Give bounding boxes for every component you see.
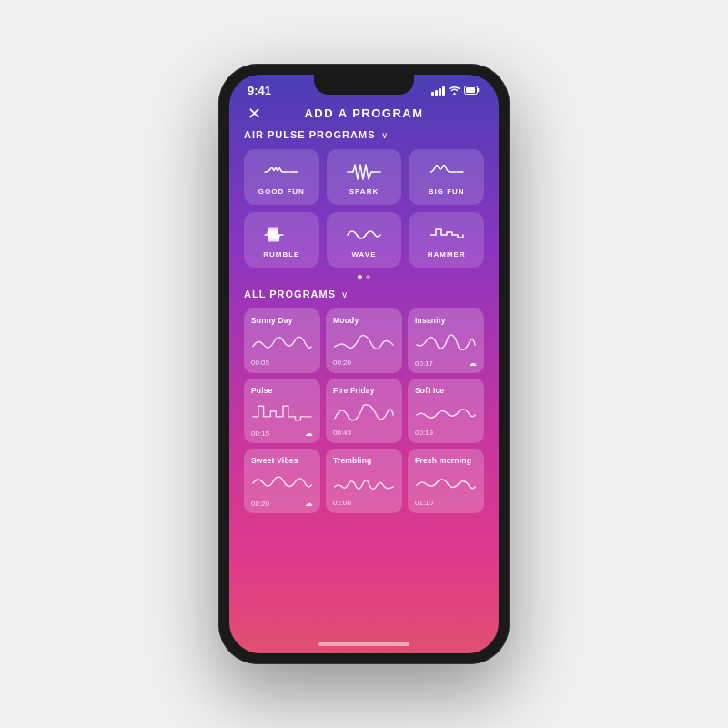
wifi-icon bbox=[449, 86, 460, 96]
prog-name-fresh-morning: Fresh morning bbox=[415, 456, 477, 465]
prog-footer-fire-friday: 00:43 bbox=[333, 429, 395, 437]
good-fun-label: GOOD FUN bbox=[258, 187, 305, 196]
prog-wave-soft-ice bbox=[415, 399, 477, 426]
all-programs-section-header: ALL PROGRAMS ∨ bbox=[244, 288, 484, 299]
prog-card-sweet-vibes[interactable]: Sweet Vibes 00:20 ☁ bbox=[244, 449, 320, 513]
prog-footer-moody: 00:20 bbox=[333, 359, 395, 367]
prog-wave-pulse bbox=[251, 399, 313, 426]
main-content: AIR PULSE PROGRAMS ∨ GOOD FUN bbox=[229, 129, 499, 639]
air-card-spark[interactable]: SPARK bbox=[327, 149, 402, 205]
spark-icon bbox=[346, 162, 382, 182]
svg-rect-1 bbox=[466, 87, 475, 93]
prog-footer-insanity: 00:17 ☁ bbox=[415, 359, 477, 368]
prog-wave-trembling bbox=[333, 469, 395, 496]
prog-name-insanity: Insanity bbox=[415, 316, 477, 325]
prog-wave-insanity bbox=[415, 329, 477, 356]
prog-name-sweet-vibes: Sweet Vibes bbox=[251, 456, 313, 465]
wave-label: WAVE bbox=[352, 250, 377, 258]
prog-name-moody: Moody bbox=[333, 316, 395, 325]
battery-icon bbox=[464, 86, 480, 96]
prog-footer-trembling: 01:00 bbox=[333, 499, 395, 507]
hammer-icon bbox=[429, 225, 465, 245]
pagination-dots bbox=[244, 275, 484, 279]
air-pulse-section-header: AIR PULSE PROGRAMS ∨ bbox=[244, 129, 484, 140]
prog-footer-fresh-morning: 01:10 bbox=[415, 499, 477, 507]
prog-footer-pulse: 00:15 ☁ bbox=[251, 429, 313, 438]
status-icons bbox=[431, 86, 480, 96]
prog-time-sweet-vibes: 00:20 bbox=[251, 500, 269, 508]
cloud-icon-sweet-vibes: ☁ bbox=[305, 499, 313, 508]
notch bbox=[314, 75, 414, 95]
all-programs-chevron[interactable]: ∨ bbox=[341, 289, 348, 299]
hammer-label: HAMMER bbox=[428, 250, 466, 258]
air-card-rumble[interactable]: RUMBLE bbox=[244, 212, 319, 268]
dot-1 bbox=[358, 275, 362, 279]
prog-wave-fire-friday bbox=[333, 399, 395, 426]
prog-time-pulse: 00:15 bbox=[251, 430, 269, 438]
prog-card-fire-friday[interactable]: Fire Friday 00:43 bbox=[326, 379, 402, 443]
wave-icon bbox=[346, 225, 382, 245]
prog-wave-sweet-vibes bbox=[251, 469, 313, 496]
phone-screen: 9:41 bbox=[229, 75, 499, 653]
close-button[interactable]: ✕ bbox=[248, 104, 261, 124]
dot-2 bbox=[366, 275, 370, 279]
prog-footer-sunny-day: 00:05 bbox=[251, 359, 313, 367]
prog-time-insanity: 00:17 bbox=[415, 359, 433, 368]
prog-time-fire-friday: 00:43 bbox=[333, 429, 351, 437]
air-card-wave[interactable]: WAVE bbox=[327, 212, 402, 268]
air-pulse-chevron[interactable]: ∨ bbox=[381, 130, 388, 140]
phone-frame: 9:41 bbox=[218, 64, 510, 664]
page-title: ADD A PROGRAM bbox=[304, 106, 423, 120]
prog-time-soft-ice: 00:19 bbox=[415, 429, 433, 437]
status-time: 9:41 bbox=[248, 84, 271, 97]
prog-time-fresh-morning: 01:10 bbox=[415, 499, 433, 507]
all-programs-title: ALL PROGRAMS bbox=[244, 288, 336, 299]
air-card-hammer[interactable]: HAMMER bbox=[409, 212, 484, 268]
prog-name-sunny-day: Sunny Day bbox=[251, 316, 313, 325]
prog-wave-sunny-day bbox=[251, 329, 313, 356]
rumble-label: RUMBLE bbox=[263, 250, 299, 258]
prog-footer-soft-ice: 00:19 bbox=[415, 429, 477, 437]
prog-time-trembling: 01:00 bbox=[333, 499, 351, 507]
prog-name-soft-ice: Soft Ice bbox=[415, 386, 477, 395]
big-fun-label: BIG FUN bbox=[429, 187, 465, 196]
prog-time-sunny-day: 00:05 bbox=[251, 359, 269, 367]
cloud-icon-pulse: ☁ bbox=[305, 429, 313, 438]
prog-time-moody: 00:20 bbox=[333, 359, 351, 367]
prog-card-sunny-day[interactable]: Sunny Day 00:05 bbox=[244, 308, 320, 373]
prog-card-soft-ice[interactable]: Soft Ice 00:19 bbox=[408, 379, 484, 443]
prog-card-moody[interactable]: Moody 00:20 bbox=[326, 308, 402, 373]
prog-card-insanity[interactable]: Insanity 00:17 ☁ bbox=[408, 308, 484, 373]
prog-name-pulse: Pulse bbox=[251, 386, 313, 395]
air-card-big-fun[interactable]: BIG FUN bbox=[409, 149, 484, 205]
prog-name-trembling: Trembling bbox=[333, 456, 395, 465]
prog-wave-moody bbox=[333, 329, 395, 356]
cloud-icon-insanity: ☁ bbox=[469, 359, 477, 368]
rumble-icon bbox=[263, 225, 299, 245]
big-fun-icon bbox=[429, 162, 465, 182]
programs-grid: Sunny Day 00:05 Moody 00:20 bbox=[244, 308, 484, 513]
prog-name-fire-friday: Fire Friday bbox=[333, 386, 395, 395]
prog-footer-sweet-vibes: 00:20 ☁ bbox=[251, 499, 313, 508]
air-pulse-grid: GOOD FUN SPARK bbox=[244, 149, 484, 268]
prog-card-trembling[interactable]: Trembling 01:00 bbox=[326, 449, 402, 513]
signal-icon bbox=[431, 86, 445, 96]
app-header: ✕ ADD A PROGRAM bbox=[229, 101, 499, 129]
spark-label: SPARK bbox=[349, 187, 379, 196]
prog-wave-fresh-morning bbox=[415, 469, 477, 496]
prog-card-fresh-morning[interactable]: Fresh morning 01:10 bbox=[408, 449, 484, 513]
home-indicator bbox=[318, 642, 410, 646]
good-fun-icon bbox=[263, 162, 299, 182]
air-pulse-title: AIR PULSE PROGRAMS bbox=[244, 129, 376, 140]
prog-card-pulse[interactable]: Pulse 00:15 ☁ bbox=[244, 379, 320, 443]
air-card-good-fun[interactable]: GOOD FUN bbox=[244, 149, 319, 205]
